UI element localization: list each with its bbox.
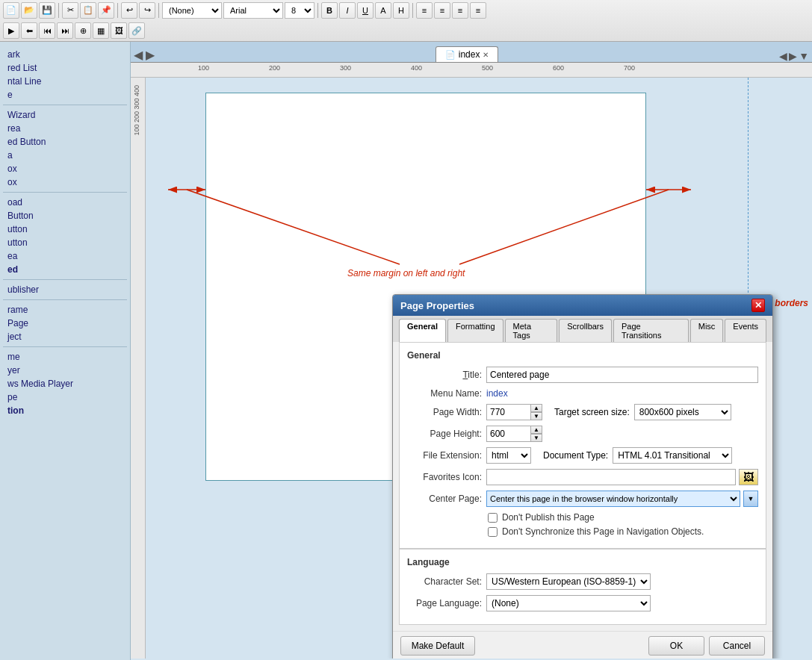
panel-item-16[interactable]: ublisher [3, 283, 127, 296]
doc-type-select[interactable]: HTML 4.01 Transitional [613, 447, 732, 464]
align-center-btn[interactable]: ≡ [434, 2, 450, 19]
menu-name-row: Menu Name: index [407, 388, 758, 399]
panel-item-23[interactable]: pe [3, 390, 127, 404]
center-page-select[interactable]: Center this page in the browser window h… [486, 491, 740, 507]
size-dropdown[interactable]: 8 [285, 2, 314, 19]
panel-item-14[interactable]: ea [3, 249, 127, 263]
redo-btn[interactable]: ↪ [139, 2, 155, 19]
panel-item-0[interactable]: ark [3, 48, 127, 61]
dont-sync-checkbox[interactable] [488, 527, 498, 537]
panel-item-2[interactable]: ntal Line [3, 75, 127, 88]
underline-btn[interactable]: U [357, 2, 374, 19]
link-btn[interactable]: 🔗 [128, 22, 145, 39]
insert-btn[interactable]: ⊕ [75, 22, 91, 39]
panel-divider-4 [3, 299, 127, 300]
cancel-button[interactable]: Cancel [709, 636, 765, 656]
title-input[interactable] [486, 367, 758, 383]
panel-item-1[interactable]: red List [3, 61, 127, 75]
panel-item-8[interactable]: ox [3, 162, 127, 175]
italic-btn[interactable]: I [339, 2, 356, 19]
save-btn[interactable]: 💾 [39, 2, 55, 19]
dialog-title: Page Properties [400, 300, 474, 311]
panel-item-12[interactable]: utton [3, 222, 127, 236]
tab-index[interactable]: 📄 index ✕ [436, 46, 499, 62]
sep2 [117, 3, 118, 18]
undo-btn[interactable]: ↩ [121, 2, 137, 19]
align-right-btn[interactable]: ≡ [452, 2, 468, 19]
tab-meta-tags[interactable]: Meta Tags [505, 319, 558, 342]
image-btn[interactable]: 🖼 [111, 22, 127, 39]
nav2-btn[interactable]: ⏮ [39, 22, 55, 39]
panel-item-4[interactable]: Wizard [3, 108, 127, 122]
tab-prev-icon[interactable]: ◀ [779, 50, 787, 62]
panel-item-19[interactable]: ject [3, 330, 127, 343]
ok-button[interactable]: OK [648, 636, 704, 656]
nav-btn[interactable]: ⬅ [21, 22, 37, 39]
dialog-close-button[interactable]: ✕ [751, 299, 765, 312]
page-width-up[interactable]: ▲ [530, 404, 542, 412]
bold-btn[interactable]: B [321, 2, 338, 19]
language-section-label: Language [407, 557, 758, 567]
preview-btn[interactable]: ▶ [3, 22, 19, 39]
target-size-select[interactable]: 800x600 pixels [634, 404, 731, 420]
copy-btn[interactable]: 📋 [80, 2, 96, 19]
highlight-btn[interactable]: H [393, 2, 409, 19]
panel-item-3[interactable]: e [3, 88, 127, 102]
page-width-input[interactable] [486, 404, 531, 420]
panel-item-13[interactable]: utton [3, 236, 127, 249]
paste-btn[interactable]: 📌 [98, 2, 114, 19]
panel-item-21[interactable]: yer [3, 364, 127, 377]
tab-next-icon[interactable]: ▶ [789, 50, 797, 62]
tab-events[interactable]: Events [725, 319, 766, 342]
table-btn[interactable]: ▦ [93, 22, 109, 39]
tab-nav-left[interactable]: ◀ [134, 48, 143, 62]
cut-btn[interactable]: ✂ [62, 2, 78, 19]
panel-item-11[interactable]: Button [3, 209, 127, 222]
panel-item-6[interactable]: ed Button [3, 135, 127, 149]
page-height-down[interactable]: ▼ [530, 434, 542, 442]
tab-page-transitions[interactable]: Page Transitions [613, 319, 689, 342]
panel-item-24[interactable]: tion [3, 404, 127, 417]
panel-item-10[interactable]: oad [3, 196, 127, 209]
nav3-btn[interactable]: ⏭ [57, 22, 73, 39]
page-height-input[interactable] [486, 426, 531, 442]
page-lang-select[interactable]: (None) [486, 595, 651, 611]
font-dropdown[interactable]: Arial [223, 2, 283, 19]
sep1 [58, 3, 59, 18]
panel-item-5[interactable]: rea [3, 122, 127, 135]
panel-item-20[interactable]: me [3, 350, 127, 364]
fav-icon-browse-btn[interactable]: 🖼 [739, 469, 758, 485]
open-btn[interactable]: 📂 [21, 2, 37, 19]
tab-menu-icon[interactable]: ▼ [799, 50, 809, 62]
charset-select[interactable]: US/Western European (ISO-8859-1) [486, 573, 651, 590]
center-page-dropdown-btn[interactable]: ▼ [743, 491, 758, 507]
panel-item-17[interactable]: rame [3, 303, 127, 317]
page-height-up[interactable]: ▲ [530, 426, 542, 434]
color-btn[interactable]: A [375, 2, 391, 19]
sep5 [412, 3, 413, 18]
tab-general[interactable]: General [399, 319, 446, 342]
align-justify-btn[interactable]: ≡ [470, 2, 486, 19]
tab-nav-right[interactable]: ▶ [146, 48, 155, 62]
panel-divider-1 [3, 105, 127, 105]
panel-item-9[interactable]: ox [3, 175, 127, 189]
make-default-button[interactable]: Make Default [400, 636, 475, 656]
file-ext-select[interactable]: html [486, 447, 531, 464]
align-left-btn[interactable]: ≡ [416, 2, 433, 19]
tab-misc[interactable]: Misc [690, 319, 724, 342]
tab-formatting[interactable]: Formatting [447, 319, 503, 342]
fav-icon-input[interactable] [486, 469, 736, 485]
panel-item-22[interactable]: ws Media Player [3, 377, 127, 390]
file-ext-label: File Extension: [407, 450, 482, 461]
page-lang-row: Page Language: (None) [407, 595, 758, 611]
panel-item-7[interactable]: a [3, 149, 127, 162]
new-btn[interactable]: 📄 [3, 2, 19, 19]
dont-publish-checkbox[interactable] [488, 513, 498, 523]
panel-item-15[interactable]: ed [3, 263, 127, 276]
tab-scrollbars[interactable]: Scrollbars [559, 319, 612, 342]
style-dropdown[interactable]: (None) [162, 2, 222, 19]
panel-item-18[interactable]: Page [3, 317, 127, 330]
tab-close-icon[interactable]: ✕ [483, 51, 489, 59]
page-width-down[interactable]: ▼ [530, 412, 542, 420]
page-height-spinner: ▲ ▼ [486, 426, 542, 442]
